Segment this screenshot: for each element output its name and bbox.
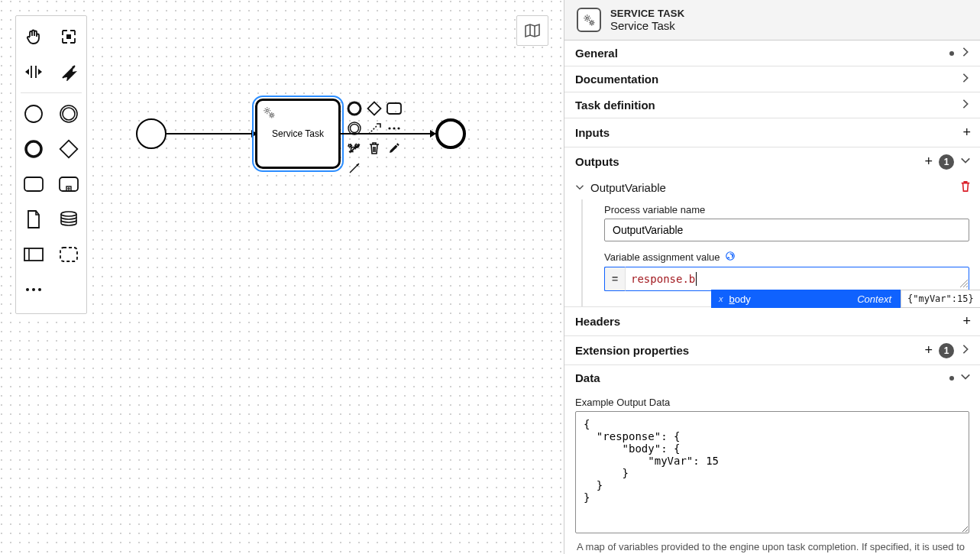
- process-var-input[interactable]: [604, 219, 969, 241]
- svg-rect-5: [24, 177, 43, 191]
- append-intermediate-event-icon[interactable]: [345, 119, 364, 138]
- chevron-right-icon: [960, 73, 971, 86]
- svg-rect-9: [24, 248, 43, 261]
- palette: [15, 15, 87, 314]
- context-pad: [345, 99, 403, 177]
- properties-panel: SERVICE TASK Service Task General Docume…: [564, 0, 980, 554]
- data-store-icon[interactable]: [51, 202, 86, 237]
- section-extension-properties[interactable]: Extension properties + 1: [564, 336, 980, 364]
- append-end-event-icon[interactable]: [345, 99, 364, 118]
- add-extprop-button[interactable]: +: [924, 342, 933, 358]
- example-output-label: Example Output Data: [575, 397, 969, 408]
- dot-icon: [949, 51, 954, 56]
- append-task-icon[interactable]: [385, 99, 403, 118]
- process-var-label: Process variable name: [604, 204, 969, 215]
- chevron-down-icon: [575, 182, 584, 194]
- change-type-icon[interactable]: [345, 139, 364, 157]
- outputs-count-badge: 1: [939, 154, 954, 170]
- section-task-definition[interactable]: Task definition: [564, 92, 980, 118]
- section-general[interactable]: General: [564, 40, 980, 66]
- end-event-shape[interactable]: [435, 118, 466, 149]
- svg-rect-18: [387, 103, 401, 114]
- start-event-icon[interactable]: [16, 96, 51, 131]
- svg-point-12: [32, 288, 35, 291]
- resize-handle-icon[interactable]: [960, 277, 968, 290]
- group-icon[interactable]: [51, 237, 86, 272]
- svg-point-21: [388, 127, 390, 129]
- svg-point-22: [393, 127, 395, 129]
- section-headers[interactable]: Headers +: [564, 307, 980, 335]
- subprocess-icon[interactable]: [51, 167, 86, 202]
- variable-assignment-label: Variable assignment value: [604, 251, 969, 264]
- start-event-shape[interactable]: [136, 118, 167, 149]
- add-input-button[interactable]: +: [962, 125, 971, 141]
- chevron-right-icon: [960, 99, 971, 112]
- intermediate-event-icon[interactable]: [51, 96, 86, 131]
- more-tools-icon[interactable]: [16, 272, 51, 307]
- sequence-flow[interactable]: [167, 133, 257, 134]
- output-item-body: Process variable name Variable assignmen…: [581, 199, 980, 306]
- data-object-icon[interactable]: [16, 202, 51, 237]
- properties-header: SERVICE TASK Service Task: [564, 0, 980, 40]
- minimap-toggle[interactable]: [516, 15, 548, 46]
- end-event-icon[interactable]: [16, 131, 51, 167]
- add-output-button[interactable]: +: [924, 154, 933, 170]
- svg-point-3: [26, 141, 41, 157]
- feel-input-wrapper: = response.b x body Context {"myVar":15: [604, 267, 969, 291]
- example-output-help: A map of variables provided to the engin…: [575, 536, 969, 554]
- svg-point-20: [351, 125, 359, 133]
- svg-point-13: [38, 288, 41, 291]
- svg-rect-10: [60, 248, 77, 261]
- lasso-tool-icon[interactable]: [51, 19, 86, 54]
- gear-icon: [577, 8, 601, 32]
- append-gateway-icon[interactable]: [365, 99, 383, 118]
- svg-point-25: [590, 21, 593, 24]
- participant-icon[interactable]: [16, 237, 51, 272]
- section-data[interactable]: Data: [564, 365, 980, 390]
- extprops-count-badge: 1: [939, 343, 954, 358]
- svg-point-15: [270, 114, 273, 116]
- dot-icon: [949, 376, 954, 381]
- add-header-button[interactable]: +: [962, 313, 971, 329]
- example-output-input[interactable]: [575, 411, 969, 533]
- autocomplete-popup: x body Context {"myVar":15}: [711, 290, 980, 308]
- color-icon[interactable]: [385, 139, 403, 157]
- service-task-shape[interactable]: Service Task: [255, 99, 341, 169]
- svg-point-16: [348, 102, 361, 115]
- task-icon[interactable]: [16, 167, 51, 202]
- element-type-label: SERVICE TASK: [610, 8, 684, 19]
- svg-point-2: [63, 108, 75, 120]
- svg-point-23: [397, 127, 399, 129]
- section-outputs[interactable]: Outputs + 1: [564, 147, 980, 176]
- chevron-right-icon: [960, 47, 971, 60]
- element-name-label: Service Task: [610, 19, 684, 32]
- svg-point-11: [26, 288, 29, 291]
- context-more-icon[interactable]: [385, 119, 403, 138]
- feel-toggle-icon[interactable]: [725, 251, 736, 264]
- append-text-annotation-icon[interactable]: [365, 119, 383, 138]
- delete-icon[interactable]: [365, 139, 383, 157]
- svg-point-0: [25, 105, 42, 122]
- bpmn-canvas[interactable]: Service Task: [0, 0, 564, 554]
- svg-point-14: [266, 109, 268, 112]
- chevron-right-icon: [960, 344, 971, 357]
- section-inputs[interactable]: Inputs +: [564, 118, 980, 147]
- autocomplete-item[interactable]: x body Context: [711, 290, 901, 308]
- svg-rect-4: [60, 141, 78, 158]
- connect-icon[interactable]: [345, 159, 364, 177]
- output-item-header[interactable]: OutputVariable: [564, 176, 980, 199]
- gateway-icon[interactable]: [51, 131, 86, 167]
- autocomplete-preview: {"myVar":15}: [901, 290, 980, 308]
- section-documentation[interactable]: Documentation: [564, 66, 980, 92]
- chevron-down-icon: [960, 371, 971, 384]
- chevron-down-icon: [960, 155, 971, 168]
- feel-equals-icon: =: [604, 267, 626, 291]
- connect-tool-icon[interactable]: [51, 54, 86, 89]
- space-tool-icon[interactable]: [16, 54, 51, 89]
- svg-point-24: [586, 17, 588, 19]
- delete-output-button[interactable]: [960, 180, 971, 195]
- hand-tool-icon[interactable]: [16, 19, 51, 54]
- svg-point-8: [61, 212, 76, 216]
- gear-icon: [262, 105, 276, 121]
- variable-assignment-input[interactable]: response.b: [604, 267, 969, 291]
